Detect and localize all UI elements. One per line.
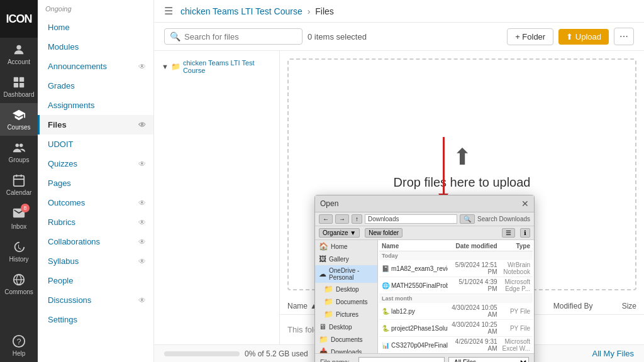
file-open-dialog[interactable]: Open ✕ ← → ↑ Downloads 🔍 Search Download… xyxy=(314,195,535,362)
sidebar-item-account[interactable]: Account xyxy=(0,38,38,70)
search-input[interactable] xyxy=(184,32,297,41)
more-options-button[interactable]: ⋯ xyxy=(614,28,634,45)
dialog-close-button[interactable]: ✕ xyxy=(521,199,529,209)
side-menu-item-rubrics[interactable]: Rubrics 👁 xyxy=(38,212,153,232)
side-menu-item-grades[interactable]: Grades xyxy=(38,76,153,96)
drop-zone-title: Drop files here to upload xyxy=(394,175,531,190)
col-size-header: Size xyxy=(605,302,636,310)
dialog-left-documents-sub[interactable]: 📁 Documents xyxy=(315,295,377,308)
dialog-search-button[interactable]: 🔍 xyxy=(460,214,475,224)
filename-input[interactable] xyxy=(358,357,445,362)
eye-icon-outcomes: 👁 xyxy=(138,199,146,207)
dialog-up-button[interactable]: ↑ xyxy=(352,214,362,224)
dialog-left-desktop-sub[interactable]: 📁 Desktop xyxy=(315,283,377,295)
breadcrumb-sep: › xyxy=(308,6,313,16)
side-menu-item-files[interactable]: Files 👁 xyxy=(38,115,153,134)
sidebar-item-history[interactable]: History xyxy=(0,235,38,268)
dialog-file-row[interactable]: 🌐 MATH2550FinalProblems 5/1/2024 4:39 PM… xyxy=(379,277,533,294)
sidebar-item-commons[interactable]: Commons xyxy=(0,268,38,300)
side-menu-item-announcements[interactable]: Announcements 👁 xyxy=(38,57,153,76)
side-menu-item-modules[interactable]: Modules xyxy=(38,37,153,57)
side-menu-item-syllabus[interactable]: Syllabus 👁 xyxy=(38,251,153,271)
upload-icon: ⬆ xyxy=(453,144,472,170)
breadcrumb: chicken Teams LTI Test Course › Files xyxy=(180,6,334,16)
tree-root-item[interactable]: ▼ 📁 chicken Teams LTI Test Course xyxy=(159,57,274,76)
svg-rect-3 xyxy=(14,83,18,87)
dialog-info-button[interactable]: ℹ xyxy=(520,228,530,238)
dialog-search-label: Search Downloads xyxy=(477,216,530,222)
breadcrumb-course-link[interactable]: chicken Teams LTI Test Course xyxy=(180,6,303,16)
dialog-action-bar: Organize ▼ New folder ☰ ℹ xyxy=(315,226,534,240)
eye-icon-syllabus: 👁 xyxy=(138,257,146,266)
dialog-left-pictures-sub[interactable]: 📁 Pictures xyxy=(315,308,377,321)
side-menu-item-people[interactable]: People xyxy=(38,271,153,290)
course-side-menu: Ongoing Home Modules Announcements 👁 Gra… xyxy=(38,0,154,362)
eye-icon-discussions: 👁 xyxy=(138,296,146,305)
dialog-left-desktop[interactable]: 🖥 Desktop xyxy=(315,321,377,333)
storage-bar xyxy=(164,351,240,356)
add-folder-button[interactable]: + Folder xyxy=(507,28,553,45)
dialog-left-gallery[interactable]: 🖼 Gallery xyxy=(315,253,377,265)
icon-nav: ICON Account Dashboard Courses Groups Ca… xyxy=(0,0,38,362)
dialog-title: Open xyxy=(320,199,338,208)
svg-point-6 xyxy=(19,144,23,148)
upload-button[interactable]: ⬆ Upload xyxy=(558,29,609,45)
dialog-toolbar: ← → ↑ Downloads 🔍 Search Downloads xyxy=(315,212,534,226)
sidebar-item-help[interactable]: ? Help xyxy=(0,329,38,362)
dialog-file-row[interactable]: 📊 CS3270p04PreFinalGradeNoNames 4/26/202… xyxy=(379,337,533,353)
svg-rect-1 xyxy=(14,77,18,82)
svg-rect-7 xyxy=(14,176,25,187)
hamburger-icon[interactable]: ☰ xyxy=(164,5,173,17)
sidebar-item-inbox[interactable]: 8 Inbox xyxy=(0,201,38,235)
filetype-select[interactable]: All Files xyxy=(448,357,529,362)
side-menu-item-assignments[interactable]: Assignments xyxy=(38,96,153,115)
dialog-left-downloads[interactable]: 📥 Downloads xyxy=(315,346,377,353)
dialog-file-row[interactable]: 🐍 lab12.py 4/30/2024 10:05 AM PY File xyxy=(379,303,533,320)
dialog-right-panel: Name Date modified Type Today 📓 m1A82_ex… xyxy=(378,240,534,353)
dialog-left-home[interactable]: 🏠 Home xyxy=(315,240,377,253)
sidebar-item-dashboard[interactable]: Dashboard xyxy=(0,70,38,103)
dialog-back-button[interactable]: ← xyxy=(319,214,333,224)
side-menu-item-collaborations[interactable]: Collaborations 👁 xyxy=(38,232,153,251)
search-icon: 🔍 xyxy=(170,31,180,41)
search-box[interactable]: 🔍 xyxy=(164,28,303,45)
toolbar: 🔍 0 items selected + Folder ⬆ Upload ⋯ xyxy=(154,23,644,51)
eye-icon-quizzes: 👁 xyxy=(138,160,146,168)
dialog-file-row[interactable]: 📓 m1A82_exam3_review 5/9/2024 12:51 PM W… xyxy=(379,260,533,277)
dialog-file-row[interactable]: 🐍 project2Phase1Solution.py 4/30/2024 10… xyxy=(379,320,533,337)
side-menu-item-discussions[interactable]: Discussions 👁 xyxy=(38,290,153,310)
dialog-file-header: Name Date modified Type xyxy=(379,241,533,251)
side-menu-item-settings[interactable]: Settings xyxy=(38,310,153,329)
filename-row: File name: All Files xyxy=(320,357,529,362)
dialog-forward-button[interactable]: → xyxy=(335,214,349,224)
all-my-files-link[interactable]: All My Files xyxy=(592,349,634,358)
dialog-organize-button[interactable]: Organize ▼ xyxy=(319,228,360,238)
sidebar-item-calendar[interactable]: Calendar xyxy=(0,168,38,201)
tree-arrow: ▼ xyxy=(162,63,169,70)
dialog-left-onedrive[interactable]: ☁ OneDrive - Personal xyxy=(315,265,377,283)
tree-panel: ▼ 📁 chicken Teams LTI Test Course xyxy=(154,51,280,344)
tree-root-label: chicken Teams LTI Test Course xyxy=(183,59,272,74)
side-menu-item-udoit[interactable]: UDOIT xyxy=(38,134,153,154)
dialog-view-button[interactable]: ☰ xyxy=(502,228,515,238)
dialog-titlebar: Open ✕ xyxy=(315,195,534,212)
side-menu-item-pages[interactable]: Pages xyxy=(38,173,153,193)
storage-info: 0% of 5.2 GB used xyxy=(164,349,308,358)
dialog-left-documents[interactable]: 📁 Documents xyxy=(315,333,377,346)
dialog-path: Downloads xyxy=(365,214,457,224)
side-menu-status: Ongoing xyxy=(38,0,153,18)
filename-label: File name: xyxy=(320,359,355,362)
dialog-new-folder-button[interactable]: New folder xyxy=(365,228,402,238)
folder-icon: 📁 xyxy=(171,62,180,71)
side-menu-item-quizzes[interactable]: Quizzes 👁 xyxy=(38,154,153,173)
side-menu-item-home[interactable]: Home xyxy=(38,18,153,37)
breadcrumb-current: Files xyxy=(315,6,334,16)
side-menu-item-outcomes[interactable]: Outcomes 👁 xyxy=(38,193,153,212)
eye-icon-collaborations: 👁 xyxy=(138,238,146,246)
sidebar-item-groups[interactable]: Groups xyxy=(0,136,38,168)
sidebar-item-courses[interactable]: Courses xyxy=(0,103,38,136)
top-bar: ☰ chicken Teams LTI Test Course › Files xyxy=(154,0,644,23)
items-selected-label: 0 items selected xyxy=(308,32,502,41)
dialog-body: 🏠 Home 🖼 Gallery ☁ OneDrive - Personal 📁… xyxy=(315,240,534,353)
section-today: Today xyxy=(379,251,533,260)
